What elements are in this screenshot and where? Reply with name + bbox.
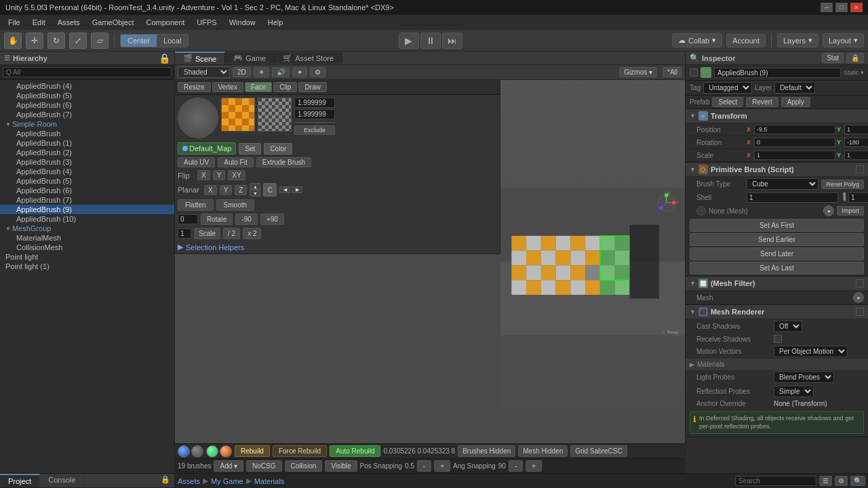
shell-input2[interactable] (848, 192, 868, 203)
local-btn[interactable]: Local (157, 35, 188, 47)
pos-x-input[interactable] (754, 125, 835, 134)
tab-project[interactable]: Project (0, 474, 40, 487)
pos-snap-plus[interactable]: + (434, 460, 450, 472)
add-brush-btn[interactable]: Add ▾ (214, 460, 243, 472)
rotate-value-input[interactable] (178, 214, 198, 224)
send-earlier-btn[interactable]: Send Earlier (690, 233, 864, 246)
hand-tool[interactable]: ✋ (4, 33, 22, 49)
list-item[interactable]: AppliedBrush (4) (0, 167, 174, 176)
layout-button[interactable]: Layout ▾ (823, 33, 864, 47)
breadcrumb-mygame[interactable]: My Game (211, 477, 243, 485)
shading-select[interactable]: Shaded Wireframe (178, 66, 230, 78)
grid-btn[interactable]: Grid SabreCSC (570, 445, 627, 457)
extrude-brush-btn[interactable]: Extrude Brush (256, 157, 311, 167)
scale-double-btn[interactable]: x 2 (243, 228, 261, 239)
uv-draw-btn[interactable]: Draw (298, 82, 326, 92)
pos-y-input[interactable] (844, 125, 868, 134)
rotate-pos90-btn[interactable]: +90 (260, 214, 284, 225)
motion-vectors-select[interactable]: Per Object Motion (774, 346, 848, 357)
transform-header[interactable]: ▼ ⊹ Transform (686, 109, 868, 123)
list-item[interactable]: Point light (0, 252, 174, 262)
tab-console[interactable]: Console (40, 474, 84, 487)
planar-c-btn[interactable]: C (263, 183, 277, 197)
pos-snap-minus[interactable]: - (417, 460, 431, 472)
gizmos-btn[interactable]: Gizmos ▾ (619, 67, 657, 77)
auto-fit-btn[interactable]: Auto Fit (218, 157, 253, 167)
list-item[interactable]: ▼Simple Room (0, 119, 174, 129)
list-item[interactable]: AppliedBrush (7) (0, 110, 174, 119)
mesh-renderer-checkbox[interactable] (856, 308, 864, 316)
scene-settings[interactable]: ⚙ (310, 67, 326, 77)
default-map-btn[interactable]: Default_Map (178, 142, 236, 155)
scale-value-input[interactable] (178, 228, 191, 239)
tag-select[interactable]: Untagged (703, 82, 752, 94)
planar-left-arrow[interactable]: ◀ (279, 186, 290, 193)
uv-clip-btn[interactable]: Clip (273, 82, 297, 92)
tab-scene[interactable]: 🎬 Scene (175, 52, 225, 64)
receive-shadows-checkbox[interactable] (774, 335, 782, 343)
step-button[interactable]: ⏭ (442, 33, 462, 49)
mesh-filter-header[interactable]: ▼ ⬜ (Mesh Filter) (686, 277, 868, 291)
reflection-probes-select[interactable]: Simple (774, 386, 814, 397)
obj-active-checkbox[interactable] (690, 68, 698, 77)
mesh-renderer-header[interactable]: ▼ ⬛ Mesh Renderer (686, 305, 868, 319)
mesh-filter-dot-btn[interactable]: ● (853, 292, 864, 303)
tab-game[interactable]: 🎮 Game (225, 52, 275, 64)
project-lock[interactable]: 🔒 (157, 474, 174, 487)
asset-search-input[interactable] (735, 476, 816, 486)
shell-input1[interactable] (747, 192, 838, 203)
obj-name-input[interactable] (714, 68, 841, 78)
smooth-btn[interactable]: Smooth (216, 199, 254, 211)
list-item[interactable]: AppliedBrush (1) (0, 138, 174, 148)
rot-x-input[interactable] (754, 138, 835, 147)
maximize-button[interactable]: □ (835, 3, 848, 12)
menu-gameobject[interactable]: GameObject (87, 17, 140, 28)
cast-shadows-select[interactable]: Off On (774, 321, 802, 332)
set-as-first-btn[interactable]: Set As First (690, 219, 864, 232)
primitive-brush-header[interactable]: ▼ ⬡ Primitive Brush (Script) (686, 163, 868, 177)
uv-set-btn[interactable]: Set (239, 143, 261, 155)
menu-window[interactable]: Window (224, 17, 261, 28)
import-btn[interactable]: Import (837, 206, 864, 216)
tab-asset-store[interactable]: 🛒 Asset Store (275, 52, 342, 64)
lighting-toggle[interactable]: ☀ (254, 67, 269, 77)
hierarchy-lock[interactable]: 🔒 (159, 53, 170, 64)
flip-xy-btn[interactable]: XY (228, 170, 245, 180)
minimize-button[interactable]: ─ (821, 3, 833, 12)
list-item[interactable]: AppliedBrush (6) (0, 100, 174, 110)
uv-texture-checker[interactable] (258, 98, 292, 131)
uv-exclude-btn[interactable]: Exclude (294, 125, 335, 135)
list-item[interactable]: AppliedBrush (4) (0, 81, 174, 91)
ang-snap-minus[interactable]: - (509, 460, 523, 472)
uv-value2-input[interactable] (294, 109, 335, 119)
flatten-btn[interactable]: Flatten (178, 199, 214, 211)
reset-poly-btn[interactable]: Reset Polyg (821, 180, 864, 189)
prefab-select-btn[interactable]: Select (712, 97, 743, 107)
ang-snap-plus[interactable]: + (526, 460, 542, 472)
list-item[interactable]: AppliedBrush (10) (0, 214, 174, 224)
asset-settings-btn[interactable]: ⚙ (835, 476, 848, 486)
auto-uv-btn[interactable]: Auto UV (178, 157, 215, 167)
play-button[interactable]: ▶ (399, 33, 419, 49)
list-item[interactable]: AppliedBrush (3) (0, 157, 174, 167)
visible-btn[interactable]: Visible (325, 460, 357, 472)
list-item[interactable]: AppliedBrush (5) (0, 91, 174, 100)
menu-file[interactable]: File (3, 17, 26, 28)
prefab-revert-btn[interactable]: Revert (746, 97, 778, 107)
light-probes-select[interactable]: Blend Probes (774, 371, 834, 383)
brushes-hidden-btn[interactable]: Brushes Hidden (458, 445, 515, 457)
rotate-neg90-btn[interactable]: -90 (235, 214, 257, 225)
prim-checkbox[interactable] (856, 165, 864, 174)
effects-toggle[interactable]: ✦ (292, 67, 307, 77)
planar-y-btn[interactable]: Y (220, 185, 233, 195)
list-item[interactable]: AppliedBrush (2) (0, 148, 174, 157)
uv-value1-input[interactable] (294, 98, 335, 108)
collision-btn[interactable]: Collision (285, 460, 323, 472)
send-later-btn[interactable]: Send Later (690, 247, 864, 260)
flip-y-btn[interactable]: Y (213, 170, 226, 180)
scale-tool[interactable]: ⤢ (69, 33, 87, 49)
planar-right-arrow[interactable]: ▶ (292, 186, 302, 193)
asset-view-btn[interactable]: ☰ (819, 476, 832, 486)
inspector-lock[interactable]: 🔒 (846, 53, 864, 63)
scale-y-input[interactable] (844, 150, 868, 160)
